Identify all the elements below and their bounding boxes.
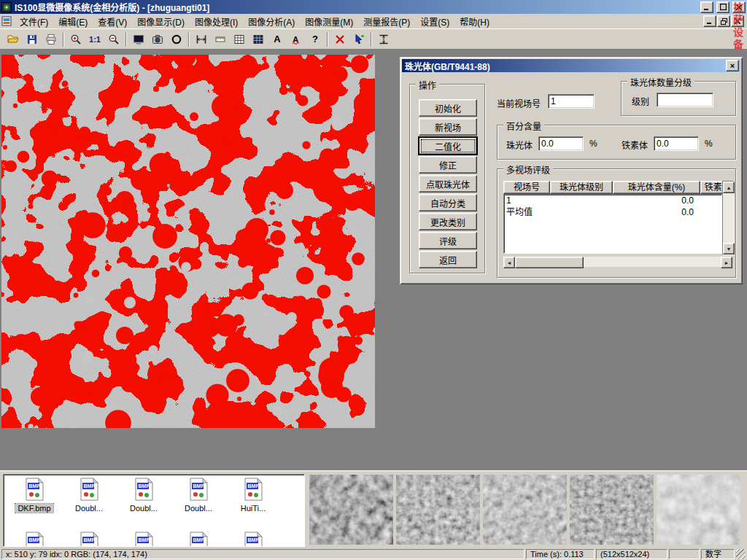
- monitor-icon: [133, 34, 144, 45]
- dark-grid-button[interactable]: [249, 31, 268, 48]
- pointer-tool-button[interactable]: [349, 31, 368, 48]
- scrollbar-track[interactable]: [584, 257, 721, 267]
- svg-text:BMP: BMP: [84, 483, 96, 489]
- file-item-partial[interactable]: BMP: [172, 532, 225, 547]
- zoom-out-button[interactable]: [104, 31, 123, 48]
- btn-initialize[interactable]: 初始化: [419, 99, 477, 117]
- grade-label: 级别: [632, 95, 649, 107]
- btn-correct[interactable]: 修正: [419, 156, 477, 174]
- actual-size-button[interactable]: 1:1: [85, 31, 104, 48]
- thumbnail-4[interactable]: [570, 475, 654, 545]
- image-canvas[interactable]: [1, 55, 375, 428]
- char-tool-button[interactable]: A: [287, 31, 306, 48]
- file-item[interactable]: BMP Doubl...: [172, 478, 225, 513]
- help-button[interactable]: ?: [306, 31, 325, 48]
- pearlite-percent-input[interactable]: [538, 136, 584, 151]
- svg-text:A: A: [293, 34, 298, 43]
- current-field-input[interactable]: [548, 94, 595, 109]
- grade-input[interactable]: [657, 93, 713, 107]
- file-list[interactable]: BMP DKF.bmp BMP Doubl... BMP Doubl... BM…: [3, 474, 305, 547]
- btn-grade[interactable]: 评级: [419, 232, 477, 249]
- thumbnail-5[interactable]: [657, 475, 740, 545]
- menu-image-measure[interactable]: 图像测量(M): [300, 14, 358, 29]
- menu-report[interactable]: 测量报告(P): [358, 14, 415, 29]
- menu-view[interactable]: 查看(V): [93, 14, 132, 29]
- file-item-partial[interactable]: BMP: [8, 532, 61, 547]
- pearlite-percent-sign: %: [589, 139, 597, 149]
- menu-image-analysis[interactable]: 图像分析(A): [243, 14, 300, 29]
- metallograph-image[interactable]: [1, 55, 375, 428]
- col-pearlite-pct[interactable]: 珠光体含量(%): [613, 181, 700, 194]
- measure-vertical-button[interactable]: [374, 31, 393, 48]
- file-item[interactable]: BMP Doubl...: [117, 478, 170, 513]
- btn-auto-classify[interactable]: 自动分类: [419, 194, 477, 211]
- table-row[interactable]: 平均值 0.0: [504, 206, 721, 218]
- mdi-minimize-button[interactable]: [703, 15, 716, 27]
- maximize-button[interactable]: [716, 1, 729, 13]
- menu-image-display[interactable]: 图像显示(D): [132, 14, 190, 29]
- camera-icon: [152, 34, 163, 45]
- print-button[interactable]: [42, 31, 61, 48]
- video-preview-button[interactable]: [129, 31, 148, 48]
- scroll-down-icon[interactable]: ▼: [723, 243, 735, 254]
- scroll-up-icon[interactable]: ▲: [723, 182, 735, 193]
- scrollbar-thumb[interactable]: [515, 257, 584, 268]
- save-floppy-icon: [26, 34, 38, 45]
- btn-change-class[interactable]: 更改类别: [419, 213, 477, 230]
- text-tool-button[interactable]: A: [268, 31, 287, 48]
- multifield-group-label: 多视场评级: [503, 163, 553, 176]
- btn-binarize[interactable]: 二值化: [419, 137, 477, 155]
- mdi-restore-button[interactable]: [717, 15, 730, 27]
- bmp-file-icon: BMP: [133, 478, 155, 501]
- dialog-close-button[interactable]: ×: [726, 60, 739, 71]
- thumbnail-2[interactable]: [396, 475, 480, 545]
- status-bar: x: 510 y: 79 idx: 0 RGB: (174, 174, 174)…: [0, 548, 747, 560]
- file-item-partial[interactable]: BMP: [227, 532, 279, 547]
- scroll-left-icon[interactable]: ◄: [503, 257, 515, 268]
- menu-edit[interactable]: 编辑(E): [53, 14, 93, 29]
- dialog-title-bar[interactable]: 珠光体(GB/T9441-88) ×: [402, 59, 740, 72]
- menu-image-processing[interactable]: 图像处理(I): [190, 14, 243, 29]
- measure-length-button[interactable]: [192, 31, 211, 48]
- btn-pick-pearlite[interactable]: 点取珠光体: [419, 175, 477, 192]
- bmp-file-icon: BMP: [187, 532, 209, 547]
- file-item[interactable]: BMP Doubl...: [63, 478, 115, 513]
- col-pearlite-grade[interactable]: 珠光体级别: [550, 181, 613, 194]
- svg-text:BMP: BMP: [84, 537, 96, 542]
- dialog-close-icon: ×: [730, 62, 735, 70]
- grade-group: 珠光体数量分级 级别: [621, 81, 736, 116]
- btn-new-field[interactable]: 新视场: [419, 118, 477, 136]
- resize-grip[interactable]: [736, 549, 746, 559]
- grid-button[interactable]: [230, 31, 249, 48]
- table-horizontal-scrollbar[interactable]: ◄ ►: [503, 257, 732, 267]
- ruler-button[interactable]: [211, 31, 230, 48]
- save-button[interactable]: [23, 31, 42, 48]
- zoom-in-button[interactable]: [66, 31, 85, 48]
- toolbar-separator: [125, 32, 127, 47]
- menu-file[interactable]: 文件(F): [15, 14, 53, 29]
- thumbnail-1[interactable]: [309, 475, 393, 545]
- open-file-button[interactable]: [4, 31, 23, 48]
- btn-return[interactable]: 返回: [419, 251, 477, 268]
- thumbnail-3[interactable]: [483, 475, 567, 545]
- ferrite-percent-input[interactable]: [654, 136, 699, 151]
- cell-grade: [551, 206, 614, 218]
- svg-text:BMP: BMP: [248, 483, 260, 489]
- scroll-right-icon[interactable]: ►: [721, 257, 732, 268]
- col-field-number[interactable]: 视场号: [503, 181, 550, 194]
- file-item[interactable]: BMP DKF.bmp: [8, 478, 61, 513]
- table-vertical-scrollbar[interactable]: ▲ ▼: [722, 181, 734, 255]
- file-item-partial[interactable]: BMP: [117, 532, 170, 547]
- minimize-button[interactable]: [700, 1, 713, 13]
- file-item-partial[interactable]: BMP: [63, 532, 115, 547]
- circle-tool-button[interactable]: [167, 31, 186, 48]
- current-field-label: 当前视场号: [497, 97, 541, 109]
- capture-button[interactable]: [148, 31, 167, 48]
- table-row[interactable]: 1 0.0: [504, 195, 721, 206]
- menu-settings[interactable]: 设置(S): [415, 14, 454, 29]
- delete-tool-button[interactable]: [330, 31, 349, 48]
- col-ferrite-pct[interactable]: 铁素体含量(%): [700, 181, 722, 194]
- cell-field: 1: [504, 195, 551, 206]
- menu-help[interactable]: 帮助(H): [454, 14, 495, 29]
- file-item[interactable]: BMP HuiTi...: [227, 478, 279, 513]
